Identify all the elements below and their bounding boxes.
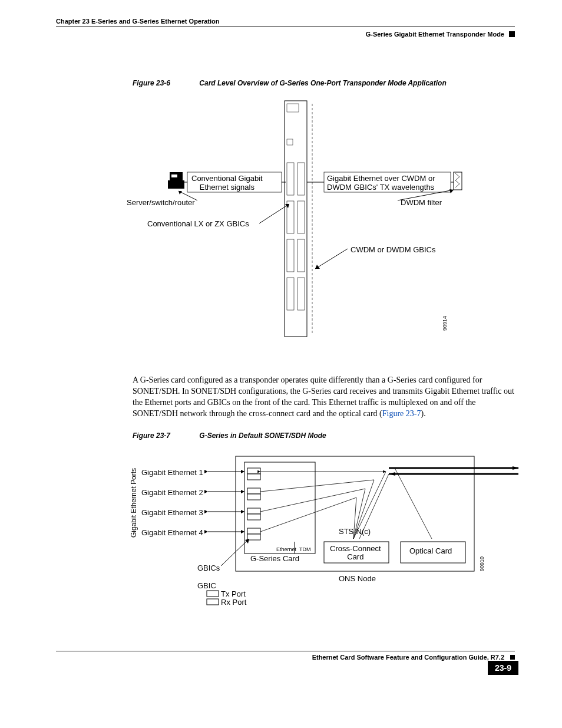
callout-conv-sig: Conventional GigabitEthernet signals xyxy=(191,174,263,192)
figure-7-number: Figure 23-7 xyxy=(133,431,197,440)
svg-rect-39 xyxy=(247,528,260,534)
svg-rect-1 xyxy=(287,104,299,112)
svg-rect-40 xyxy=(247,534,260,540)
svg-marker-57 xyxy=(513,466,519,470)
svg-line-60 xyxy=(395,468,432,539)
svg-marker-25 xyxy=(449,189,454,193)
svg-rect-18 xyxy=(454,172,462,190)
svg-rect-37 xyxy=(247,508,260,514)
callout-over: Gigabit Ethernet over CWDM orDWDM GBICs'… xyxy=(327,174,435,192)
footer-marker-icon xyxy=(510,655,515,660)
svg-line-61 xyxy=(221,539,249,566)
body-paragraph: A G-Series card configured as a transpon… xyxy=(133,375,515,420)
callout-gbic: GBIC xyxy=(197,581,216,590)
page: Chapter 23 E-Series and G-Series Etherne… xyxy=(0,0,562,684)
figure-7: Gigabit Ethernet Ports Gigabit Ethernet … xyxy=(121,450,515,615)
callout-tdm: TDM xyxy=(299,546,311,552)
svg-rect-2 xyxy=(287,139,293,145)
svg-rect-33 xyxy=(247,468,260,474)
figure-6-side-number: 90914 xyxy=(442,316,448,331)
callout-server: Server/switch/router xyxy=(127,198,195,207)
svg-rect-64 xyxy=(207,599,219,605)
svg-rect-0 xyxy=(285,101,307,337)
svg-line-48 xyxy=(260,480,374,492)
figure-7-caption: Figure 23-7 G-Series in Default SONET/SD… xyxy=(133,431,515,440)
callout-ons: ONS Node xyxy=(339,574,376,583)
callout-dwdm: DWDM filter xyxy=(401,198,442,207)
svg-rect-38 xyxy=(247,514,260,520)
svg-marker-62 xyxy=(245,539,249,543)
figure-6-title: Card Level Overview of G-Series One-Port… xyxy=(199,79,446,87)
svg-marker-58 xyxy=(389,472,395,476)
svg-rect-34 xyxy=(247,474,260,480)
callout-sts: STS-N(c) xyxy=(339,527,371,536)
figure-7-side-number: 90910 xyxy=(479,556,485,571)
callout-gbics: GBICs xyxy=(197,564,220,572)
chapter-header: Chapter 23 E-Series and G-Series Etherne… xyxy=(56,18,515,27)
callout-rx: Rx Port xyxy=(221,598,246,607)
svg-rect-63 xyxy=(207,591,219,597)
callout-cwdm: CWDM or DWDM GBICs xyxy=(351,245,435,254)
svg-rect-14 xyxy=(171,174,177,177)
para-text-b: ). xyxy=(421,409,425,418)
callout-ethernet: Ethernet xyxy=(276,546,296,552)
figure-6-caption: Figure 23-6 Card Level Overview of G-Ser… xyxy=(133,79,515,87)
figure-7-title: G-Series in Default SONET/SDH Mode xyxy=(199,431,326,440)
section-title: G-Series Gigabit Ethernet Transponder Mo… xyxy=(366,31,504,38)
svg-line-28 xyxy=(315,249,348,269)
section-marker-icon xyxy=(509,31,515,37)
callout-ge3: Gigabit Ethernet 3 xyxy=(141,508,203,517)
para-text-a: A G-Series card configured as a transpon… xyxy=(133,375,514,418)
page-number: 23-9 xyxy=(488,661,518,675)
callout-ge1: Gigabit Ethernet 1 xyxy=(141,468,203,477)
callout-optical: Optical Card xyxy=(409,546,452,555)
figure-6: Conventional GigabitEthernet signals Ser… xyxy=(121,98,515,351)
callout-cross: Cross-ConnectCard xyxy=(330,545,381,562)
svg-rect-13 xyxy=(168,180,184,189)
footer-guide: Ethernet Card Software Feature and Confi… xyxy=(312,654,504,661)
svg-marker-29 xyxy=(315,265,320,269)
callout-gseries: G-Series Card xyxy=(250,554,299,563)
callout-ge2: Gigabit Ethernet 2 xyxy=(141,488,203,497)
callout-vert-label: Gigabit Ethernet Ports xyxy=(130,468,138,538)
callout-conv-gbics: Conventional LX or ZX GBICs xyxy=(147,219,249,228)
callout-ge4: Gigabit Ethernet 4 xyxy=(141,528,203,537)
figure-6-number: Figure 23-6 xyxy=(133,79,197,87)
svg-rect-35 xyxy=(247,488,260,494)
footer: Ethernet Card Software Feature and Confi… xyxy=(56,651,515,661)
svg-rect-36 xyxy=(247,494,260,500)
xref-figure-23-7[interactable]: Figure 23-7 xyxy=(382,409,421,418)
callout-tx: Tx Port xyxy=(221,589,246,598)
section-header: G-Series Gigabit Ethernet Transponder Mo… xyxy=(56,31,515,38)
